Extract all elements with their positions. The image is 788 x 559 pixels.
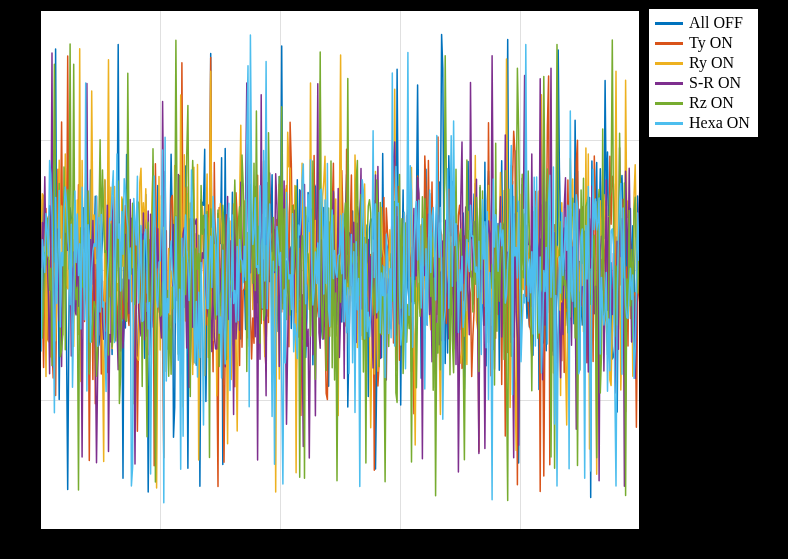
legend-swatch: [655, 82, 683, 85]
legend: All OFF Ty ON Ry ON S-R ON Rz ON Hexa ON: [648, 8, 759, 138]
legend-swatch: [655, 22, 683, 25]
legend-label: Hexa ON: [689, 113, 750, 133]
legend-swatch: [655, 102, 683, 105]
legend-item-all-off: All OFF: [655, 13, 750, 33]
legend-label: Rz ON: [689, 93, 734, 113]
chart-container: [40, 10, 640, 530]
legend-swatch: [655, 122, 683, 125]
plot-area: [40, 10, 640, 530]
legend-label: Ry ON: [689, 53, 734, 73]
legend-label: Ty ON: [689, 33, 733, 53]
legend-item-hexa-on: Hexa ON: [655, 113, 750, 133]
legend-label: S-R ON: [689, 73, 741, 93]
noise-traces: [40, 10, 640, 530]
legend-item-rz-on: Rz ON: [655, 93, 750, 113]
legend-item-ty-on: Ty ON: [655, 33, 750, 53]
legend-item-sr-on: S-R ON: [655, 73, 750, 93]
legend-label: All OFF: [689, 13, 743, 33]
legend-item-ry-on: Ry ON: [655, 53, 750, 73]
legend-swatch: [655, 62, 683, 65]
legend-swatch: [655, 42, 683, 45]
